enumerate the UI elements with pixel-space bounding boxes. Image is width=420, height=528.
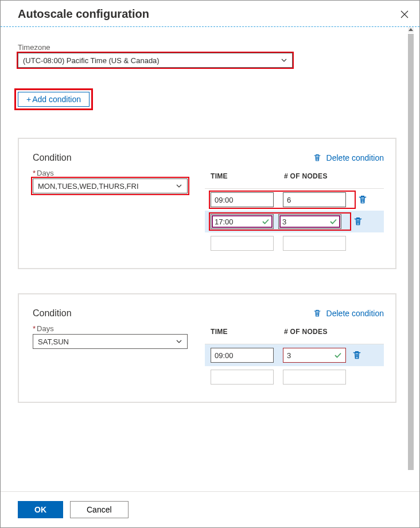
checkmark-icon: [262, 218, 270, 226]
delete-condition-label: Delete condition: [326, 309, 384, 318]
column-header-nodes: # OF NODES: [284, 172, 384, 180]
days-label: *Days: [33, 169, 205, 177]
delete-condition-label: Delete condition: [326, 153, 384, 162]
table-row: 09:00 6: [205, 189, 384, 211]
dialog-title: Autoscale configuration: [18, 7, 399, 21]
column-header-time: TIME: [211, 328, 284, 336]
delete-condition-button[interactable]: Delete condition: [313, 153, 384, 162]
time-input[interactable]: 17:00: [211, 214, 274, 229]
condition-card: Condition Delete condition *Days SAT,SUN: [18, 293, 396, 403]
chevron-down-icon: [281, 57, 287, 64]
nodes-input[interactable]: [283, 370, 346, 385]
add-condition-button[interactable]: +Add condition: [18, 92, 90, 107]
table-row: [205, 366, 384, 388]
chevron-down-icon: [176, 183, 182, 189]
column-header-time: TIME: [211, 172, 284, 180]
days-select[interactable]: MON,TUES,WED,THURS,FRI: [33, 178, 188, 193]
days-label: *Days: [33, 324, 205, 333]
scrollbar[interactable]: [408, 27, 414, 491]
column-header-nodes: # OF NODES: [284, 328, 384, 336]
cancel-button[interactable]: Cancel: [70, 501, 129, 518]
chevron-down-icon: [176, 338, 182, 345]
timezone-label: Timezone: [18, 43, 396, 52]
nodes-input[interactable]: 6: [283, 192, 346, 207]
condition-card: Condition Delete condition *Days MON,TUE…: [18, 138, 396, 269]
close-icon[interactable]: [399, 9, 410, 20]
nodes-input[interactable]: 3: [283, 348, 346, 363]
add-condition-label: Add condition: [32, 95, 81, 104]
table-row: 17:00 3: [205, 211, 384, 232]
table-row: 09:00 3: [205, 344, 384, 366]
table-row: [205, 232, 384, 254]
days-value: MON,TUES,WED,THURS,FRI: [38, 182, 176, 191]
delete-condition-button[interactable]: Delete condition: [313, 309, 384, 318]
delete-row-icon[interactable]: [352, 350, 362, 360]
checkmark-icon: [334, 351, 342, 359]
delete-row-icon[interactable]: [357, 195, 368, 205]
delete-row-icon[interactable]: [353, 216, 363, 227]
condition-title: Condition: [33, 153, 313, 163]
time-input[interactable]: [211, 370, 274, 385]
nodes-input[interactable]: 3: [278, 214, 341, 229]
time-input[interactable]: 09:00: [211, 348, 274, 363]
days-select[interactable]: SAT,SUN: [33, 334, 188, 349]
time-input[interactable]: 09:00: [211, 192, 274, 207]
ok-button[interactable]: OK: [18, 501, 63, 518]
nodes-input[interactable]: [283, 236, 346, 251]
checkmark-icon: [329, 218, 337, 226]
timezone-value: (UTC-08:00) Pacific Time (US & Canada): [23, 56, 281, 65]
trash-icon: [313, 309, 322, 318]
condition-title: Condition: [33, 308, 313, 319]
days-value: SAT,SUN: [38, 337, 176, 346]
time-input[interactable]: [211, 236, 274, 251]
trash-icon: [313, 153, 322, 162]
plus-icon: +: [26, 95, 31, 104]
timezone-select[interactable]: (UTC-08:00) Pacific Time (US & Canada): [18, 53, 293, 68]
